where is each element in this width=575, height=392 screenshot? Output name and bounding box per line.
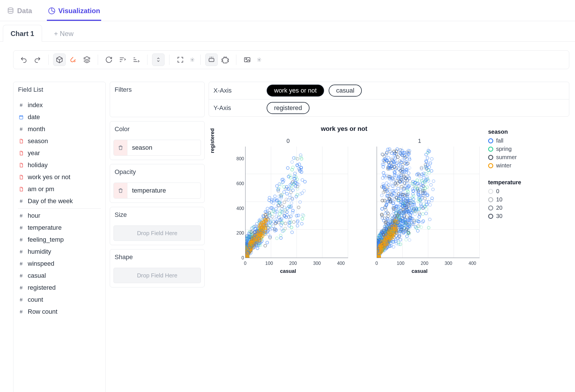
toolbar-separator xyxy=(200,55,201,65)
field-holiday[interactable]: holiday xyxy=(13,159,105,171)
plot-0[interactable] xyxy=(245,147,348,258)
field-label: Day of the week xyxy=(28,197,73,205)
field-temperature[interactable]: temperature xyxy=(13,222,105,234)
field-work-yes-or-not[interactable]: work yes or not xyxy=(13,171,105,183)
field-month[interactable]: month xyxy=(13,123,105,135)
field-label: holiday xyxy=(28,161,48,169)
tab-visualization[interactable]: Visualization xyxy=(47,3,101,21)
mark-type-button[interactable] xyxy=(67,53,79,66)
type-num-icon xyxy=(18,237,24,243)
legend-item-fall[interactable]: fall xyxy=(488,137,521,144)
chart-tab-new[interactable]: + New xyxy=(47,25,81,42)
type-doc-icon xyxy=(18,138,24,144)
color-encoding-season[interactable]: season xyxy=(113,140,201,156)
view-select-button[interactable] xyxy=(205,53,218,66)
export-settings-icon[interactable] xyxy=(256,56,263,63)
svg-point-6 xyxy=(259,59,260,60)
redo-button[interactable] xyxy=(31,53,44,66)
toolbar-separator xyxy=(48,55,49,65)
layers-button[interactable] xyxy=(81,53,93,66)
opacity-pill-label: temperature xyxy=(127,187,171,194)
tab-data-label: Data xyxy=(17,7,32,15)
type-num-icon xyxy=(18,225,24,231)
legend-item-summer[interactable]: summer xyxy=(488,154,521,161)
opacity-encoding-temperature[interactable]: temperature xyxy=(113,183,201,199)
fullscreen-button[interactable] xyxy=(174,53,187,66)
filters-title: Filters xyxy=(110,82,204,97)
svg-point-5 xyxy=(246,59,247,60)
remove-color-button[interactable] xyxy=(114,140,127,155)
legend-item-winter[interactable]: winter xyxy=(488,162,521,169)
tab-viz-label: Visualization xyxy=(58,7,100,15)
field-casual[interactable]: casual xyxy=(13,270,105,282)
legend-season: season fallspringsummerwinter xyxy=(488,125,521,169)
field-label: am or pm xyxy=(28,185,54,193)
swatch-icon xyxy=(488,214,493,219)
field-label: month xyxy=(28,125,45,133)
type-num-icon xyxy=(18,102,24,108)
field-label: year xyxy=(28,149,40,157)
field-index[interactable]: index xyxy=(13,99,105,111)
field-row-count[interactable]: Row count xyxy=(13,306,105,318)
size-panel: Size Drop Field Here xyxy=(110,207,205,245)
type-num-icon xyxy=(18,273,24,279)
type-date-icon xyxy=(18,114,24,120)
field-date[interactable]: date xyxy=(13,111,105,123)
x-chip-casual[interactable]: casual xyxy=(329,85,362,97)
export-image-button[interactable] xyxy=(241,53,253,66)
sort-desc-button[interactable] xyxy=(130,53,143,66)
cube-button[interactable] xyxy=(53,53,66,66)
field-label: Row count xyxy=(28,308,57,315)
field-season[interactable]: season xyxy=(13,135,105,147)
field-hour[interactable]: hour xyxy=(13,210,105,222)
undo-button[interactable] xyxy=(17,53,30,66)
plot-1[interactable] xyxy=(377,147,480,258)
field-winspeed[interactable]: winspeed xyxy=(13,258,105,270)
field-count[interactable]: count xyxy=(13,294,105,306)
type-num-icon xyxy=(18,213,24,219)
swatch-icon xyxy=(488,197,493,202)
field-feeling_temp[interactable]: feeling_temp xyxy=(13,234,105,246)
sort-asc-button[interactable] xyxy=(116,53,129,66)
chart-area: work yes or not registered 0 02004006008… xyxy=(209,125,569,274)
field-am-or-pm[interactable]: am or pm xyxy=(13,183,105,195)
facet-super-title: work yes or not xyxy=(209,125,480,133)
chart-tab-1[interactable]: Chart 1 xyxy=(3,25,42,42)
legend-item-temp-20[interactable]: 20 xyxy=(488,205,521,211)
opacity-panel: Opacity temperature xyxy=(110,164,205,203)
size-drop-zone[interactable]: Drop Field Here xyxy=(113,225,201,241)
field-year[interactable]: year xyxy=(13,147,105,159)
remove-opacity-button[interactable] xyxy=(114,183,127,198)
x-tick: 100 xyxy=(397,261,404,266)
y-chip-registered[interactable]: registered xyxy=(267,102,310,114)
type-doc-icon xyxy=(18,186,24,192)
x-chip-facet[interactable]: work yes or not xyxy=(267,85,324,97)
color-panel: Color season xyxy=(110,121,205,160)
y-axis-shelf[interactable]: Y-Axis registered xyxy=(209,99,569,116)
database-icon xyxy=(7,7,14,15)
refresh-button[interactable] xyxy=(103,53,115,66)
filters-panel[interactable]: Filters xyxy=(110,82,205,117)
color-title: Color xyxy=(110,121,204,137)
field-label: casual xyxy=(28,272,46,279)
shape-drop-zone[interactable]: Drop Field Here xyxy=(113,268,201,283)
settings-button[interactable] xyxy=(219,53,231,66)
field-day-of-the-week[interactable]: Day of the week xyxy=(13,195,105,207)
opacity-title: Opacity xyxy=(110,164,204,180)
x-axis-title-1: casual xyxy=(412,268,428,274)
workspace: Field List indexdatemonthseasonyearholid… xyxy=(0,73,575,392)
x-tick: 300 xyxy=(313,261,321,266)
facet-1-title: 1 xyxy=(418,138,421,144)
legend-item-temp-10[interactable]: 10 xyxy=(488,196,521,203)
legend-item-temp-0[interactable]: 0 xyxy=(488,188,521,195)
tab-data[interactable]: Data xyxy=(6,3,33,21)
axis-scale-button[interactable] xyxy=(152,53,165,66)
fullscreen-settings-icon[interactable] xyxy=(189,56,196,63)
x-axis-shelf[interactable]: X-Axis work yes or not casual xyxy=(209,82,569,99)
x-axis-label: X-Axis xyxy=(213,87,262,94)
legend-item-spring[interactable]: spring xyxy=(488,146,521,152)
field-humidity[interactable]: humidity xyxy=(13,246,105,258)
field-registered[interactable]: registered xyxy=(13,282,105,294)
legend-item-temp-30[interactable]: 30 xyxy=(488,213,521,219)
x-tick: 400 xyxy=(337,261,345,266)
